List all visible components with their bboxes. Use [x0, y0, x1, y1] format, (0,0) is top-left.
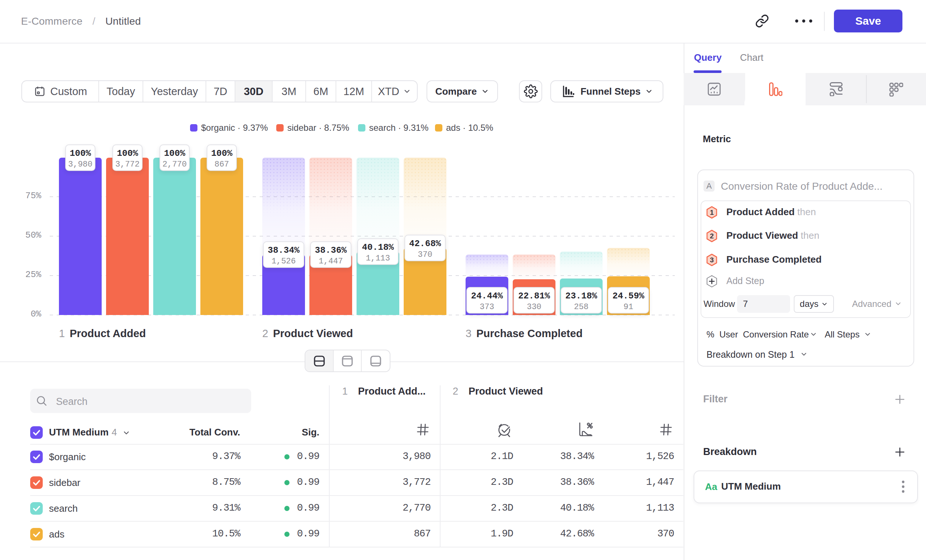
svg-text:2: 2 — [710, 232, 714, 240]
svg-text:1: 1 — [710, 209, 714, 216]
svg-text:3: 3 — [710, 256, 714, 264]
